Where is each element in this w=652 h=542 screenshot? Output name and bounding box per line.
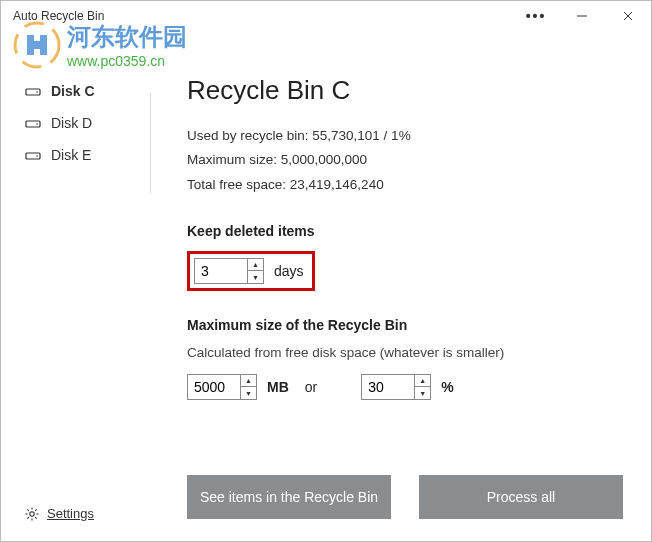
sidebar-item-label: Disk D — [51, 115, 92, 131]
svg-line-17 — [35, 509, 36, 510]
page-title: Recycle Bin C — [187, 75, 621, 106]
days-unit: days — [274, 263, 304, 279]
more-menu-button[interactable]: ••• — [513, 1, 559, 31]
disk-icon — [25, 117, 41, 129]
max-mb-input[interactable] — [188, 375, 240, 399]
settings-label: Settings — [47, 506, 94, 521]
app-title: Auto Recycle Bin — [13, 9, 104, 23]
see-items-button[interactable]: See items in the Recycle Bin — [187, 475, 391, 519]
keep-days-highlight: ▲ ▼ days — [187, 251, 315, 291]
gear-icon — [25, 507, 39, 521]
sidebar: Disk C Disk D Disk E Settings — [1, 31, 151, 541]
titlebar: Auto Recycle Bin ••• — [1, 1, 651, 31]
mb-unit: MB — [267, 379, 289, 395]
svg-rect-8 — [26, 153, 40, 159]
svg-line-18 — [27, 517, 28, 518]
svg-rect-4 — [26, 89, 40, 95]
spinner-up-icon[interactable]: ▲ — [248, 259, 263, 272]
svg-point-5 — [36, 91, 38, 93]
svg-line-15 — [27, 509, 28, 510]
keep-days-spinner[interactable]: ▲ ▼ — [194, 258, 264, 284]
spinner-up-icon[interactable]: ▲ — [241, 375, 256, 388]
close-button[interactable] — [605, 1, 651, 31]
svg-point-9 — [36, 155, 38, 157]
svg-rect-6 — [26, 121, 40, 127]
disk-icon — [25, 85, 41, 97]
minimize-button[interactable] — [559, 1, 605, 31]
settings-link[interactable]: Settings — [1, 490, 151, 541]
keep-deleted-label: Keep deleted items — [187, 223, 621, 239]
sidebar-item-disk-d[interactable]: Disk D — [1, 107, 151, 139]
max-pct-spinner[interactable]: ▲ ▼ — [361, 374, 431, 400]
disk-icon — [25, 149, 41, 161]
spinner-down-icon[interactable]: ▼ — [241, 387, 256, 399]
sidebar-item-disk-e[interactable]: Disk E — [1, 139, 151, 171]
main-panel: Recycle Bin C Used by recycle bin: 55,73… — [151, 31, 651, 541]
used-by-recycle-bin: Used by recycle bin: 55,730,101 / 1% — [187, 124, 621, 148]
sidebar-item-label: Disk C — [51, 83, 95, 99]
maximum-size-info: Maximum size: 5,000,000,000 — [187, 148, 621, 172]
total-free-space: Total free space: 23,419,146,240 — [187, 173, 621, 197]
keep-days-input[interactable] — [195, 259, 247, 283]
max-mb-spinner[interactable]: ▲ ▼ — [187, 374, 257, 400]
sidebar-item-disk-c[interactable]: Disk C — [1, 75, 151, 107]
sidebar-item-label: Disk E — [51, 147, 91, 163]
spinner-down-icon[interactable]: ▼ — [415, 387, 430, 399]
svg-point-7 — [36, 123, 38, 125]
process-all-button[interactable]: Process all — [419, 475, 623, 519]
svg-point-10 — [30, 511, 34, 515]
svg-line-16 — [35, 517, 36, 518]
footer-buttons: See items in the Recycle Bin Process all — [187, 475, 623, 519]
max-pct-input[interactable] — [362, 375, 414, 399]
max-size-subtext: Calculated from free disk space (whateve… — [187, 345, 621, 360]
spinner-down-icon[interactable]: ▼ — [248, 271, 263, 283]
pct-unit: % — [441, 379, 453, 395]
max-size-label: Maximum size of the Recycle Bin — [187, 317, 621, 333]
spinner-up-icon[interactable]: ▲ — [415, 375, 430, 388]
or-label: or — [305, 379, 317, 395]
